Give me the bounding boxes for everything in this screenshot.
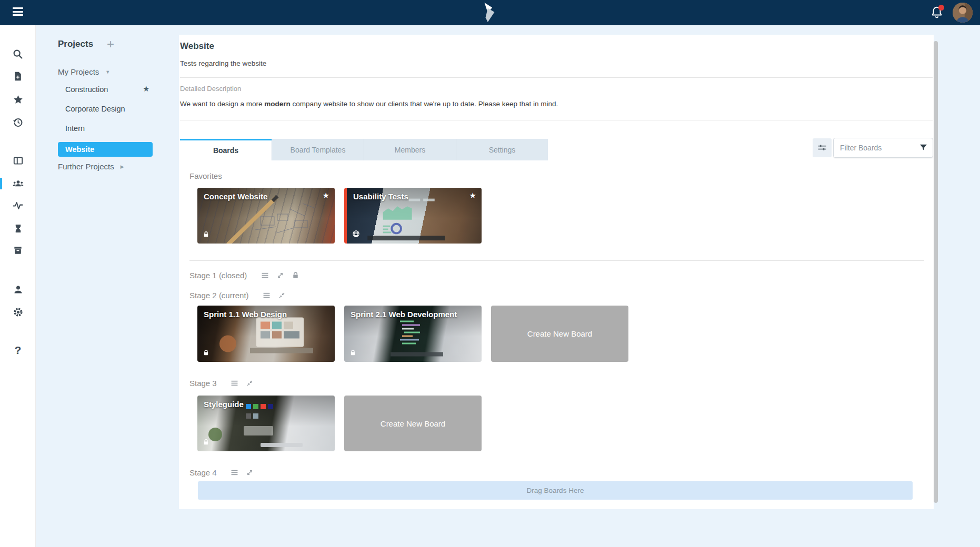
list-icon — [261, 271, 269, 280]
create-new-board-button[interactable]: Create New Board — [344, 396, 482, 451]
archive-button[interactable] — [0, 243, 36, 258]
tab-members[interactable]: Members — [364, 139, 456, 160]
stage-menu-button[interactable] — [259, 270, 270, 280]
new-document-button[interactable] — [0, 69, 36, 84]
description-text: We want to design a more modern company … — [180, 100, 558, 108]
user-avatar[interactable] — [953, 3, 973, 23]
stage-3-row: Stage 3 — [189, 378, 255, 388]
groups-icon — [12, 177, 24, 189]
stage-collapse-button[interactable] — [245, 378, 255, 388]
time-tracking-button[interactable] — [0, 221, 36, 236]
chevron-down-icon: ▼ — [105, 69, 110, 75]
vertical-scrollbar[interactable] — [934, 41, 938, 503]
sidebar-item-construction[interactable]: Construction — [65, 85, 108, 94]
archive-icon — [13, 245, 23, 256]
app-logo — [482, 3, 498, 25]
search-button[interactable] — [0, 47, 36, 62]
gear-icon — [13, 307, 24, 318]
history-button[interactable] — [0, 115, 36, 129]
topbar — [0, 0, 980, 25]
divider — [180, 120, 933, 120]
board-card-concept-website[interactable]: Concept Website ★ — [197, 188, 335, 244]
stage-menu-button[interactable] — [229, 467, 240, 478]
projects-sidebar: Projects + My Projects ▼ Construction ★ … — [36, 25, 179, 547]
settings-button[interactable] — [0, 305, 36, 319]
profile-button[interactable] — [0, 282, 36, 297]
view-options-button[interactable] — [813, 138, 832, 157]
help-button[interactable]: ? — [0, 343, 36, 358]
project-group-further-projects[interactable]: Further Projects ▶ — [58, 162, 124, 171]
collapse-icon — [278, 291, 286, 299]
project-detail-card: Website Tests regarding the website Deta… — [179, 35, 934, 509]
tune-icon — [817, 143, 827, 153]
stage-1-row: Stage 1 (closed) — [189, 270, 301, 280]
tab-boards[interactable]: Boards — [180, 139, 272, 160]
board-card-usability-tests[interactable]: Usability Tests ★ — [344, 188, 482, 244]
filter-boards-input[interactable] — [833, 138, 933, 158]
hourglass-icon — [13, 224, 23, 234]
board-card-styleguide[interactable]: Styleguide — [197, 396, 335, 451]
stage-label: Stage 1 (closed) — [189, 271, 247, 280]
project-group-my-projects[interactable]: My Projects ▼ — [58, 67, 110, 76]
page-body: ? Projects + My Projects ▼ Construction … — [0, 25, 980, 547]
filter-funnel-icon — [919, 143, 928, 152]
history-icon — [13, 117, 24, 128]
notification-badge — [938, 5, 944, 11]
sidebar-item-website-selected[interactable]: Website — [58, 142, 153, 157]
sidebar-item-corporate-design[interactable]: Corporate Design — [65, 105, 125, 113]
ribbon-logo-icon — [482, 3, 498, 23]
boards-view-button[interactable] — [0, 153, 36, 168]
tab-settings[interactable]: Settings — [456, 139, 548, 160]
divider — [189, 260, 924, 261]
lock-icon — [203, 349, 209, 358]
activity-button[interactable] — [0, 198, 36, 213]
board-star-icon[interactable]: ★ — [323, 191, 329, 200]
list-icon — [230, 468, 239, 477]
section-label-favorites: Favorites — [189, 171, 222, 180]
stage-expand-button[interactable] — [245, 467, 255, 478]
board-star-icon[interactable]: ★ — [469, 191, 476, 200]
drag-boards-dropzone[interactable]: Drag Boards Here — [198, 481, 913, 500]
app-root: ? Projects + My Projects ▼ Construction … — [0, 0, 980, 547]
stage-lock-button[interactable] — [290, 270, 301, 280]
stage-expand-button[interactable] — [275, 270, 285, 280]
stage-label: Stage 3 — [189, 379, 217, 388]
topbar-actions — [928, 0, 973, 25]
tab-board-templates[interactable]: Board Templates — [272, 139, 364, 160]
sidebar-item-intern[interactable]: Intern — [65, 124, 85, 133]
expand-icon — [276, 271, 284, 279]
list-icon — [262, 291, 271, 300]
icon-rail: ? — [0, 25, 36, 547]
page-subtitle: Tests regarding the website — [180, 59, 266, 67]
stage-4-row: Stage 4 — [189, 467, 255, 478]
create-new-board-button[interactable]: Create New Board — [491, 306, 628, 362]
stage-label: Stage 4 — [189, 468, 217, 477]
board-card-sprint-2-1-web-development[interactable]: Sprint 2.1 Web Development — [344, 306, 482, 362]
stage-menu-button[interactable] — [262, 290, 272, 300]
collapse-icon — [246, 379, 254, 387]
members-rail-button[interactable] — [0, 176, 36, 190]
filter-boards-field — [833, 138, 933, 158]
stage-menu-button[interactable] — [229, 378, 240, 388]
add-project-button[interactable]: + — [107, 39, 114, 49]
active-rail-indicator — [0, 178, 2, 189]
person-icon — [13, 284, 24, 295]
help-icon: ? — [15, 344, 22, 357]
globe-icon — [352, 230, 360, 239]
stage-collapse-button[interactable] — [277, 290, 287, 300]
lock-icon — [203, 230, 209, 239]
notifications-button[interactable] — [928, 4, 945, 21]
list-icon — [230, 379, 239, 388]
project-star-icon[interactable]: ★ — [143, 84, 149, 94]
favorites-button[interactable] — [0, 92, 36, 107]
projects-panel-title: Projects — [58, 39, 93, 49]
description-label: Detailed Description — [180, 85, 241, 93]
divider — [180, 77, 933, 78]
expand-icon — [246, 469, 254, 477]
view-columns-icon — [13, 155, 24, 166]
hamburger-menu-button[interactable] — [13, 7, 24, 18]
note-add-icon — [13, 71, 23, 82]
stage-label: Stage 2 (current) — [189, 291, 249, 300]
board-card-sprint-1-1-web-design[interactable]: Sprint 1.1 Web Design — [197, 306, 335, 362]
lock-icon — [349, 349, 356, 358]
